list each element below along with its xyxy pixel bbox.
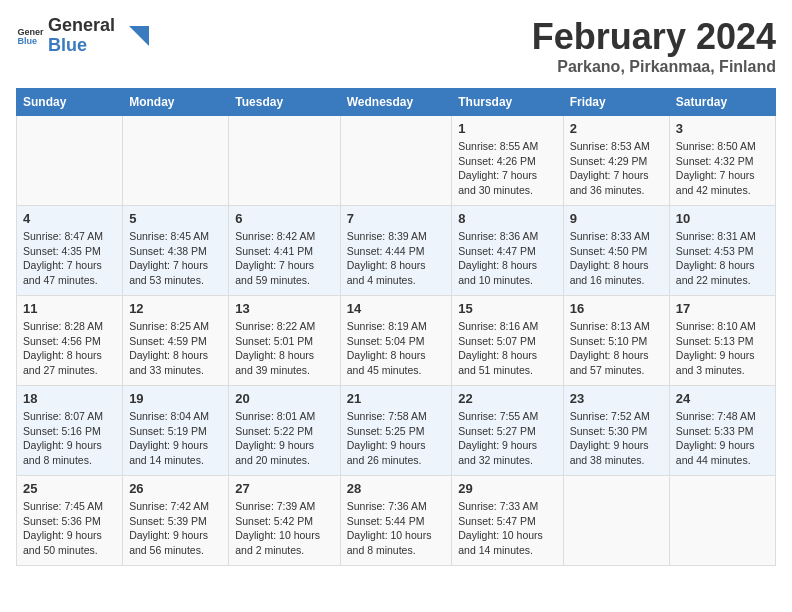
day-number: 7 xyxy=(347,211,445,226)
calendar-cell: 22Sunrise: 7:55 AM Sunset: 5:27 PM Dayli… xyxy=(452,386,563,476)
calendar-cell: 8Sunrise: 8:36 AM Sunset: 4:47 PM Daylig… xyxy=(452,206,563,296)
day-info: Sunrise: 8:47 AM Sunset: 4:35 PM Dayligh… xyxy=(23,229,116,288)
calendar-cell: 26Sunrise: 7:42 AM Sunset: 5:39 PM Dayli… xyxy=(123,476,229,566)
calendar-week-row: 1Sunrise: 8:55 AM Sunset: 4:26 PM Daylig… xyxy=(17,116,776,206)
day-info: Sunrise: 8:39 AM Sunset: 4:44 PM Dayligh… xyxy=(347,229,445,288)
day-number: 14 xyxy=(347,301,445,316)
day-number: 20 xyxy=(235,391,333,406)
calendar-cell: 3Sunrise: 8:50 AM Sunset: 4:32 PM Daylig… xyxy=(669,116,775,206)
day-info: Sunrise: 8:16 AM Sunset: 5:07 PM Dayligh… xyxy=(458,319,556,378)
weekday-header-wednesday: Wednesday xyxy=(340,89,451,116)
calendar-cell xyxy=(123,116,229,206)
svg-text:General: General xyxy=(17,26,44,36)
day-info: Sunrise: 7:48 AM Sunset: 5:33 PM Dayligh… xyxy=(676,409,769,468)
day-info: Sunrise: 8:45 AM Sunset: 4:38 PM Dayligh… xyxy=(129,229,222,288)
calendar-cell: 20Sunrise: 8:01 AM Sunset: 5:22 PM Dayli… xyxy=(229,386,340,476)
day-info: Sunrise: 7:36 AM Sunset: 5:44 PM Dayligh… xyxy=(347,499,445,558)
calendar-cell xyxy=(563,476,669,566)
logo: General Blue General Blue xyxy=(16,16,149,56)
day-info: Sunrise: 8:31 AM Sunset: 4:53 PM Dayligh… xyxy=(676,229,769,288)
calendar-table: SundayMondayTuesdayWednesdayThursdayFrid… xyxy=(16,88,776,566)
day-info: Sunrise: 8:33 AM Sunset: 4:50 PM Dayligh… xyxy=(570,229,663,288)
calendar-cell: 19Sunrise: 8:04 AM Sunset: 5:19 PM Dayli… xyxy=(123,386,229,476)
page-title: February 2024 xyxy=(532,16,776,58)
weekday-header-friday: Friday xyxy=(563,89,669,116)
weekday-header-tuesday: Tuesday xyxy=(229,89,340,116)
day-info: Sunrise: 8:04 AM Sunset: 5:19 PM Dayligh… xyxy=(129,409,222,468)
calendar-cell: 25Sunrise: 7:45 AM Sunset: 5:36 PM Dayli… xyxy=(17,476,123,566)
day-number: 25 xyxy=(23,481,116,496)
logo-icon: General Blue xyxy=(16,22,44,50)
day-number: 8 xyxy=(458,211,556,226)
weekday-header-monday: Monday xyxy=(123,89,229,116)
day-number: 10 xyxy=(676,211,769,226)
day-info: Sunrise: 8:55 AM Sunset: 4:26 PM Dayligh… xyxy=(458,139,556,198)
calendar-week-row: 11Sunrise: 8:28 AM Sunset: 4:56 PM Dayli… xyxy=(17,296,776,386)
day-number: 19 xyxy=(129,391,222,406)
calendar-cell: 7Sunrise: 8:39 AM Sunset: 4:44 PM Daylig… xyxy=(340,206,451,296)
day-info: Sunrise: 7:52 AM Sunset: 5:30 PM Dayligh… xyxy=(570,409,663,468)
calendar-cell: 9Sunrise: 8:33 AM Sunset: 4:50 PM Daylig… xyxy=(563,206,669,296)
calendar-cell xyxy=(669,476,775,566)
calendar-cell: 18Sunrise: 8:07 AM Sunset: 5:16 PM Dayli… xyxy=(17,386,123,476)
day-number: 26 xyxy=(129,481,222,496)
day-number: 16 xyxy=(570,301,663,316)
day-info: Sunrise: 8:28 AM Sunset: 4:56 PM Dayligh… xyxy=(23,319,116,378)
calendar-cell: 12Sunrise: 8:25 AM Sunset: 4:59 PM Dayli… xyxy=(123,296,229,386)
day-info: Sunrise: 8:19 AM Sunset: 5:04 PM Dayligh… xyxy=(347,319,445,378)
calendar-cell: 4Sunrise: 8:47 AM Sunset: 4:35 PM Daylig… xyxy=(17,206,123,296)
svg-marker-2 xyxy=(129,26,149,46)
logo-blue: Blue xyxy=(48,36,115,56)
svg-text:Blue: Blue xyxy=(17,36,37,46)
calendar-cell: 13Sunrise: 8:22 AM Sunset: 5:01 PM Dayli… xyxy=(229,296,340,386)
day-number: 23 xyxy=(570,391,663,406)
calendar-cell: 29Sunrise: 7:33 AM Sunset: 5:47 PM Dayli… xyxy=(452,476,563,566)
day-number: 15 xyxy=(458,301,556,316)
calendar-cell: 10Sunrise: 8:31 AM Sunset: 4:53 PM Dayli… xyxy=(669,206,775,296)
logo-triangle-icon xyxy=(119,21,149,51)
calendar-cell: 17Sunrise: 8:10 AM Sunset: 5:13 PM Dayli… xyxy=(669,296,775,386)
calendar-week-row: 18Sunrise: 8:07 AM Sunset: 5:16 PM Dayli… xyxy=(17,386,776,476)
calendar-cell: 15Sunrise: 8:16 AM Sunset: 5:07 PM Dayli… xyxy=(452,296,563,386)
day-number: 11 xyxy=(23,301,116,316)
calendar-cell: 14Sunrise: 8:19 AM Sunset: 5:04 PM Dayli… xyxy=(340,296,451,386)
day-info: Sunrise: 8:01 AM Sunset: 5:22 PM Dayligh… xyxy=(235,409,333,468)
day-info: Sunrise: 8:50 AM Sunset: 4:32 PM Dayligh… xyxy=(676,139,769,198)
day-info: Sunrise: 7:39 AM Sunset: 5:42 PM Dayligh… xyxy=(235,499,333,558)
day-info: Sunrise: 7:33 AM Sunset: 5:47 PM Dayligh… xyxy=(458,499,556,558)
day-number: 6 xyxy=(235,211,333,226)
day-info: Sunrise: 8:25 AM Sunset: 4:59 PM Dayligh… xyxy=(129,319,222,378)
calendar-cell: 28Sunrise: 7:36 AM Sunset: 5:44 PM Dayli… xyxy=(340,476,451,566)
day-info: Sunrise: 8:10 AM Sunset: 5:13 PM Dayligh… xyxy=(676,319,769,378)
day-number: 29 xyxy=(458,481,556,496)
day-number: 4 xyxy=(23,211,116,226)
day-info: Sunrise: 7:58 AM Sunset: 5:25 PM Dayligh… xyxy=(347,409,445,468)
day-number: 22 xyxy=(458,391,556,406)
calendar-cell: 6Sunrise: 8:42 AM Sunset: 4:41 PM Daylig… xyxy=(229,206,340,296)
day-info: Sunrise: 7:42 AM Sunset: 5:39 PM Dayligh… xyxy=(129,499,222,558)
day-number: 18 xyxy=(23,391,116,406)
calendar-week-row: 25Sunrise: 7:45 AM Sunset: 5:36 PM Dayli… xyxy=(17,476,776,566)
day-info: Sunrise: 8:53 AM Sunset: 4:29 PM Dayligh… xyxy=(570,139,663,198)
day-info: Sunrise: 7:55 AM Sunset: 5:27 PM Dayligh… xyxy=(458,409,556,468)
logo-general: General xyxy=(48,16,115,36)
day-info: Sunrise: 7:45 AM Sunset: 5:36 PM Dayligh… xyxy=(23,499,116,558)
day-number: 21 xyxy=(347,391,445,406)
calendar-cell: 2Sunrise: 8:53 AM Sunset: 4:29 PM Daylig… xyxy=(563,116,669,206)
calendar-cell: 27Sunrise: 7:39 AM Sunset: 5:42 PM Dayli… xyxy=(229,476,340,566)
calendar-cell xyxy=(17,116,123,206)
calendar-cell: 23Sunrise: 7:52 AM Sunset: 5:30 PM Dayli… xyxy=(563,386,669,476)
calendar-cell: 21Sunrise: 7:58 AM Sunset: 5:25 PM Dayli… xyxy=(340,386,451,476)
day-info: Sunrise: 8:07 AM Sunset: 5:16 PM Dayligh… xyxy=(23,409,116,468)
weekday-header-sunday: Sunday xyxy=(17,89,123,116)
calendar-cell: 16Sunrise: 8:13 AM Sunset: 5:10 PM Dayli… xyxy=(563,296,669,386)
calendar-cell xyxy=(340,116,451,206)
day-info: Sunrise: 8:42 AM Sunset: 4:41 PM Dayligh… xyxy=(235,229,333,288)
calendar-week-row: 4Sunrise: 8:47 AM Sunset: 4:35 PM Daylig… xyxy=(17,206,776,296)
weekday-header-thursday: Thursday xyxy=(452,89,563,116)
page-subtitle: Parkano, Pirkanmaa, Finland xyxy=(532,58,776,76)
calendar-header-row: SundayMondayTuesdayWednesdayThursdayFrid… xyxy=(17,89,776,116)
calendar-cell: 1Sunrise: 8:55 AM Sunset: 4:26 PM Daylig… xyxy=(452,116,563,206)
day-number: 1 xyxy=(458,121,556,136)
calendar-cell: 11Sunrise: 8:28 AM Sunset: 4:56 PM Dayli… xyxy=(17,296,123,386)
